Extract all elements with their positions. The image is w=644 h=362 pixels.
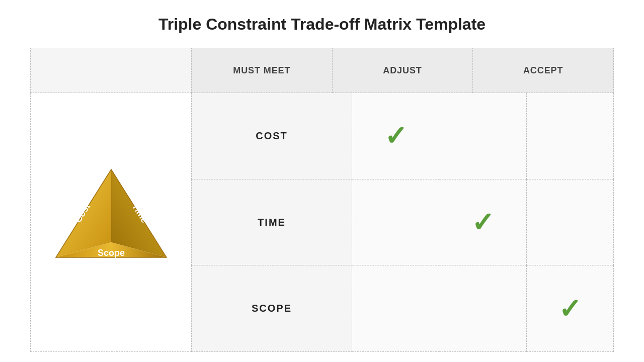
triangle-area: Cost Time Scope bbox=[30, 48, 191, 352]
triangle-diagram: Cost Time Scope bbox=[46, 164, 177, 280]
cell-cost-must-meet: ✓ bbox=[352, 93, 439, 179]
triangle-container: Cost Time Scope bbox=[30, 93, 191, 352]
triangle-header-cell bbox=[30, 48, 191, 93]
page-title: Triple Constraint Trade-off Matrix Templ… bbox=[30, 15, 614, 34]
table-area: MUST MEET ADJUST ACCEPT COST ✓ TIME ✓ bbox=[191, 48, 614, 352]
table-header-row: MUST MEET ADJUST ACCEPT bbox=[191, 48, 614, 93]
row-label-time: TIME bbox=[191, 179, 352, 266]
matrix-wrapper: Cost Time Scope MUST MEET ADJUST ACCEPT … bbox=[30, 48, 614, 352]
check-scope-accept: ✓ bbox=[558, 295, 581, 322]
cell-cost-accept bbox=[527, 93, 614, 179]
row-label-scope: SCOPE bbox=[191, 265, 352, 352]
svg-text:Scope: Scope bbox=[97, 248, 124, 258]
cell-scope-adjust bbox=[439, 265, 526, 352]
table-row-time: TIME ✓ bbox=[191, 179, 614, 266]
header-adjust: ADJUST bbox=[333, 48, 473, 93]
cell-cost-adjust bbox=[439, 93, 526, 179]
cell-scope-must-meet bbox=[352, 265, 439, 352]
header-must-meet: MUST MEET bbox=[191, 48, 333, 93]
table-row-cost: COST ✓ bbox=[191, 93, 614, 179]
cell-scope-accept: ✓ bbox=[527, 265, 614, 352]
cell-time-must-meet bbox=[352, 179, 439, 266]
header-accept: ACCEPT bbox=[473, 48, 614, 93]
table-body: COST ✓ TIME ✓ SCOPE bbox=[191, 93, 614, 352]
check-cost-must-meet: ✓ bbox=[384, 122, 407, 149]
cell-time-accept bbox=[527, 179, 614, 266]
check-time-adjust: ✓ bbox=[471, 209, 494, 236]
row-label-cost: COST bbox=[191, 93, 352, 179]
cell-time-adjust: ✓ bbox=[439, 179, 526, 266]
table-row-scope: SCOPE ✓ bbox=[191, 265, 614, 352]
